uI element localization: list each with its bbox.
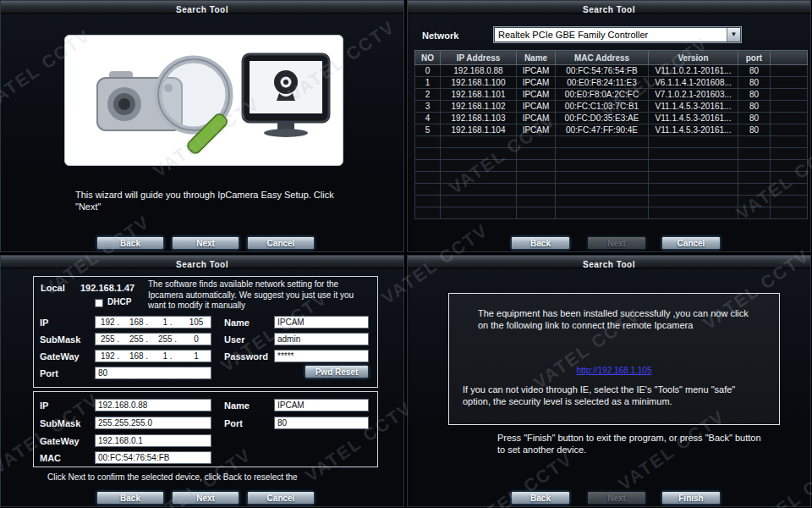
cell-empty xyxy=(771,101,808,113)
password-input[interactable] xyxy=(274,350,369,362)
table-row[interactable]: 1 192.168.1.100 IPCAM 00:E0:F8:24:11:E3 … xyxy=(415,77,808,89)
cell-mac: 00:FC:C1:03:7C:B1 xyxy=(556,101,649,113)
ip-input[interactable]: 192 168 1 105 xyxy=(95,316,211,329)
config-titlebar: Search Tool xyxy=(1,256,403,268)
cell-version: V11.1.4.5.3-20161... xyxy=(649,113,738,124)
cancel-button[interactable]: Cancel xyxy=(661,236,721,250)
success-text: The equipment has been installed success… xyxy=(478,307,757,332)
ip-octet: 192 xyxy=(96,351,124,361)
device-mac-input[interactable] xyxy=(95,451,211,464)
device-gateway-input[interactable] xyxy=(95,434,211,447)
back-button[interactable]: Back xyxy=(96,491,164,505)
gateway-input[interactable]: 192 168 1 1 xyxy=(95,350,211,362)
finish-panel: Search Tool The equipment has been insta… xyxy=(407,255,811,507)
table-row[interactable]: 3 192.168.1.102 IPCAM 00:FC:C1:03:7C:B1 … xyxy=(415,101,808,113)
table-row-empty xyxy=(415,148,808,160)
cell-version: V11.1.4.5.3-20161... xyxy=(649,124,738,136)
cell-ip: 192.168.0.88 xyxy=(441,65,517,77)
table-row[interactable]: 2 192.168.1.101 IPCAM 00:E0:F8:0A:2C:FC … xyxy=(415,89,808,101)
ip-octet: 168 xyxy=(124,318,153,327)
device-name-input[interactable] xyxy=(274,399,369,411)
cell-no: 2 xyxy=(415,89,441,101)
device-mac-label: MAC xyxy=(40,453,61,463)
cell-name: IPCAM xyxy=(517,113,556,124)
table-header-row: NO IP Address Name MAC Address Version p… xyxy=(415,51,808,65)
wizard-panel: Search Tool xyxy=(0,0,404,252)
submask-input[interactable]: 255 255 255 0 xyxy=(95,333,211,345)
finish-titlebar: Search Tool xyxy=(408,256,810,268)
ip-octet: 255 xyxy=(124,334,153,344)
cell-ip: 192.168.1.102 xyxy=(441,101,517,113)
finish-note: Press "Finish" button to exit the progra… xyxy=(497,432,761,456)
column-header[interactable]: MAC Address xyxy=(556,51,649,65)
device-ip-label: IP xyxy=(40,400,48,411)
device-ip-input[interactable] xyxy=(95,399,211,411)
cell-ip: 192.168.1.104 xyxy=(441,124,517,136)
cell-port: 80 xyxy=(738,101,771,113)
finish-button[interactable]: Finish xyxy=(661,491,721,505)
cell-name: IPCAM xyxy=(517,65,556,77)
back-button[interactable]: Back xyxy=(511,491,570,505)
search-title: Search Tool xyxy=(583,5,635,14)
cell-port: 80 xyxy=(738,77,771,89)
cell-version: V11.1.0.2.1-20161... xyxy=(649,65,738,77)
column-header[interactable]: Version xyxy=(649,51,738,65)
cell-mac: 00:FC:47:FF:90:4E xyxy=(556,124,649,136)
cell-version: V6.1.1.4.1-201608... xyxy=(649,77,738,89)
wizard-description: This wizard will guide you through IpCam… xyxy=(75,189,339,213)
cell-mac: 00:E0:F8:0A:2C:FC xyxy=(556,89,649,101)
search-panel: Search Tool Network Realtek PCIe GBE Fam… xyxy=(407,0,811,252)
table-row-empty xyxy=(415,172,808,184)
column-header[interactable]: Name xyxy=(517,51,556,65)
pwd-reset-button[interactable]: Pwd Reset xyxy=(304,365,369,378)
user-input[interactable] xyxy=(274,333,369,345)
back-button[interactable]: Back xyxy=(96,236,164,250)
column-header[interactable]: NO xyxy=(415,51,441,65)
name-input[interactable] xyxy=(274,316,369,329)
back-button[interactable]: Back xyxy=(511,236,570,250)
camera-link[interactable]: http://192.168.1.105 xyxy=(577,366,652,375)
next-button[interactable]: Next xyxy=(172,236,239,250)
chevron-down-icon[interactable]: ▼ xyxy=(727,28,740,41)
cell-empty xyxy=(771,113,808,124)
camera-link-wrap: http://192.168.1.105 xyxy=(449,362,779,377)
device-name-label: Name xyxy=(224,400,250,411)
cancel-button[interactable]: Cancel xyxy=(247,236,315,250)
cell-mac: 00:FC:54:76:54:FB xyxy=(556,65,649,77)
finish-infobox: The equipment has been installed success… xyxy=(448,293,780,425)
table-row-empty xyxy=(415,136,808,148)
cell-version: V11.1.4.5.3-20161... xyxy=(649,101,738,113)
device-port-input[interactable] xyxy=(274,417,369,429)
ip-octet: 1 xyxy=(153,351,182,361)
cell-no: 5 xyxy=(415,124,441,136)
next-button[interactable]: Next xyxy=(172,491,239,505)
password-label: Password xyxy=(224,351,272,362)
device-submask-input[interactable] xyxy=(95,417,211,429)
next-button[interactable]: Next xyxy=(587,491,646,505)
table-row-empty xyxy=(415,184,808,196)
port-input[interactable] xyxy=(95,367,211,379)
column-header[interactable]: IP Address xyxy=(441,51,517,65)
table-row[interactable]: 4 192.168.1.103 IPCAM 00:FC:D0:35:E3:AE … xyxy=(415,113,808,124)
table-row-empty xyxy=(415,160,808,172)
cell-ip: 192.168.1.100 xyxy=(441,77,517,89)
device-settings-groupbox: IP SubMask GateWay MAC Name Port xyxy=(33,391,378,467)
cell-name: IPCAM xyxy=(517,77,556,89)
local-label: Local xyxy=(41,283,65,293)
ip-octet: 1 xyxy=(182,351,211,361)
cell-name: IPCAM xyxy=(517,89,556,101)
table-row[interactable]: 0 192.168.0.88 IPCAM 00:FC:54:76:54:FB V… xyxy=(415,65,808,77)
device-port-label: Port xyxy=(224,418,243,428)
table-row[interactable]: 5 192.168.1.104 IPCAM 00:FC:47:FF:90:4E … xyxy=(415,124,808,136)
cell-empty xyxy=(771,124,808,136)
dhcp-checkbox[interactable] xyxy=(95,299,103,307)
next-button[interactable]: Next xyxy=(587,236,646,250)
ip-octet: 192 xyxy=(96,318,124,327)
cell-empty xyxy=(771,65,808,77)
cancel-button[interactable]: Cancel xyxy=(247,491,315,505)
column-header[interactable]: port xyxy=(738,51,771,65)
ip-label: IP xyxy=(40,318,48,328)
local-ip-value: 192.168.1.47 xyxy=(80,283,134,293)
network-dropdown[interactable]: Realtek PCIe GBE Family Controller ▼ xyxy=(494,27,741,42)
name-label: Name xyxy=(224,318,250,328)
